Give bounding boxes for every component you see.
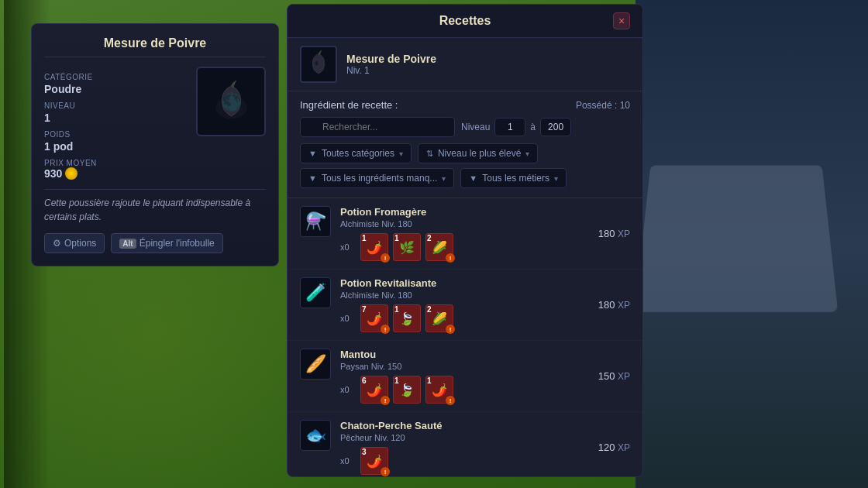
ingredient-slot: 🌿 1 xyxy=(393,233,421,261)
recipe-list-item[interactable]: 🥖 Mantou Paysan Niv. 150 x0 🌶️ 6 ! 🍃 1 xyxy=(288,341,642,412)
item-icon: 🌑 xyxy=(196,67,266,136)
owned-count: x0 xyxy=(340,385,356,394)
warning-icon: ! xyxy=(446,325,455,334)
ingredient-section: Ingrédient de recette : Possédé : 10 🔍 N… xyxy=(288,91,642,198)
ingredient-count: 2 xyxy=(427,305,432,314)
ingredient-slot: 🍃 1 xyxy=(393,376,421,404)
search-input[interactable] xyxy=(300,117,455,137)
sort-filter-dropdown[interactable]: ⇅ Niveau le plus élevé ▾ xyxy=(418,143,538,163)
recipe-list-item[interactable]: ⚗️ Potion Fromagère Alchimiste Niv. 180 … xyxy=(288,198,642,270)
level-to-input[interactable] xyxy=(540,118,571,136)
price-label: PRIX MOYEN xyxy=(44,159,266,167)
ingredient-header: Ingrédient de recette : Possédé : 10 xyxy=(300,99,630,111)
filters-row-3: ▼ Tous les ingrédients manq... ▾ ▼ Tous … xyxy=(300,168,630,188)
ingredient-count: 6 xyxy=(362,376,367,385)
item-tooltip-panel: Mesure de Poivre 🌑 CATÉGORIE Poudre NIVE… xyxy=(31,23,279,266)
recipe-profession: Alchimiste Niv. 180 xyxy=(340,219,589,229)
category-filter-label: Toutes catégories xyxy=(322,148,394,159)
level-filter: Niveau à xyxy=(461,117,571,137)
recipe-ingredients: x0 🌶️ 3 ! xyxy=(340,447,589,475)
ingredient-slot: 🌽 2 ! xyxy=(425,304,453,332)
price-value: 930 xyxy=(44,167,266,180)
owned-count: x0 xyxy=(340,314,356,323)
recipe-name: Mantou xyxy=(340,349,589,360)
sort-filter-label: Niveau le plus élevé xyxy=(438,148,521,159)
ingredient-slot: 🌶️ 7 ! xyxy=(360,304,388,332)
ingredient-count: 1 xyxy=(362,234,367,242)
professions-filter-label: Tous les métiers xyxy=(482,173,549,184)
craft-icon: 🥖 xyxy=(300,349,331,380)
ingredient-slot: 🌽 2 ! xyxy=(425,233,453,261)
recipe-content: Potion Revitalisante Alchimiste Niv. 180… xyxy=(340,277,589,332)
recipe-item-level: Niv. 1 xyxy=(346,65,436,76)
ingredient-slot: 🍃 1 xyxy=(393,304,421,332)
recettes-header: Recettes × xyxy=(288,5,642,38)
filter-icon: ▼ xyxy=(308,149,317,158)
filters-row-1: 🔍 Niveau à xyxy=(300,117,630,137)
close-button[interactable]: × xyxy=(613,12,630,29)
ingredients-filter-dropdown[interactable]: ▼ Tous les ingrédients manq... ▾ xyxy=(300,168,454,188)
ingredient-slot: 🌶️ 3 ! xyxy=(360,447,388,475)
level-from-input[interactable] xyxy=(494,118,525,136)
recipe-name: Potion Revitalisante xyxy=(340,277,589,289)
svg-point-4 xyxy=(315,61,319,66)
item-title: Mesure de Poivre xyxy=(44,36,266,57)
warning-icon: ! xyxy=(381,325,390,334)
recipe-item-name: Mesure de Poivre xyxy=(346,53,436,65)
recipe-preview-icon xyxy=(300,46,337,83)
ingredient-count: 1 xyxy=(394,234,399,242)
ingredient-count: 3 xyxy=(362,448,367,456)
ingredient-count: 2 xyxy=(427,234,432,242)
ingredient-count: 1 xyxy=(394,305,399,314)
options-icon: ⚙ xyxy=(53,238,61,249)
recipe-ingredients: x0 🌶️ 7 ! 🍃 1 🌽 2 ! xyxy=(340,304,589,332)
item-description: Cette poussière rajoute le piquant indis… xyxy=(44,189,266,224)
recipe-ingredients: x0 🌶️ 6 ! 🍃 1 🌶️ 1 ! xyxy=(340,376,589,404)
xp-label: XP xyxy=(618,371,630,382)
recipe-profession: Pêcheur Niv. 120 xyxy=(340,433,589,442)
level-separator: à xyxy=(530,122,536,132)
filters-row-2: ▼ Toutes catégories ▾ ⇅ Niveau le plus é… xyxy=(300,143,630,163)
chevron-down-icon-3: ▾ xyxy=(442,174,446,183)
category-filter-dropdown[interactable]: ▼ Toutes catégories ▾ xyxy=(300,143,412,163)
recipe-ingredients: x0 🌶️ 1 ! 🌿 1 🌽 2 ! xyxy=(340,233,589,261)
recipe-list-item[interactable]: 🧪 Potion Revitalisante Alchimiste Niv. 1… xyxy=(288,270,642,341)
possede-text: Possédé : 10 xyxy=(576,100,630,111)
ingredient-slot: 🌶️ 1 ! xyxy=(425,376,453,404)
ingredient-slot: 🌶️ 1 ! xyxy=(360,233,388,261)
ingredient-title: Ingrédient de recette : xyxy=(300,99,398,111)
warning-icon: ! xyxy=(381,467,390,476)
recettes-dialog: Recettes × Mesure de Poivre Niv. 1 Ingré… xyxy=(287,4,643,477)
chevron-down-icon-2: ▾ xyxy=(525,149,529,158)
warning-icon: ! xyxy=(381,396,390,405)
owned-count: x0 xyxy=(340,242,356,252)
recipe-item-preview: Mesure de Poivre Niv. 1 xyxy=(288,38,642,91)
ingredients-filter-label: Tous les ingrédients manq... xyxy=(322,173,437,184)
pin-button[interactable]: Alt Épingler l'infobulle xyxy=(111,233,222,253)
sort-icon: ⇅ xyxy=(426,149,433,159)
recipe-list[interactable]: ⚗️ Potion Fromagère Alchimiste Niv. 180 … xyxy=(288,198,642,476)
svg-text:🌑: 🌑 xyxy=(221,91,243,112)
ingredient-count: 1 xyxy=(427,376,432,385)
warning-icon: ! xyxy=(446,396,455,405)
professions-filter-dropdown[interactable]: ▼ Tous les métiers ▾ xyxy=(460,168,567,188)
recipe-profession: Paysan Niv. 150 xyxy=(340,362,589,371)
xp-label: XP xyxy=(618,300,630,311)
weight-value: 1 pod xyxy=(44,140,266,153)
level-filter-label: Niveau xyxy=(461,122,490,132)
recipe-xp: 150 XP xyxy=(598,370,630,382)
chevron-down-icon-4: ▾ xyxy=(554,174,558,183)
craft-icon: ⚗️ xyxy=(300,206,331,237)
options-button[interactable]: ⚙ Options xyxy=(44,233,105,253)
recipe-content: Potion Fromagère Alchimiste Niv. 180 x0 … xyxy=(340,206,589,261)
recipe-list-item[interactable]: 🐟 Chaton-Perche Sauté Pêcheur Niv. 120 x… xyxy=(288,412,642,476)
recipe-name: Potion Fromagère xyxy=(340,206,589,218)
ingredient-count: 1 xyxy=(394,376,399,385)
craft-icon: 🐟 xyxy=(300,420,331,451)
item-buttons: ⚙ Options Alt Épingler l'infobulle xyxy=(44,233,266,253)
recipe-xp: 180 XP xyxy=(598,228,630,239)
kama-icon xyxy=(65,167,78,180)
filter-icon-3: ▼ xyxy=(469,174,477,183)
xp-label: XP xyxy=(618,442,630,453)
ingredient-count: 7 xyxy=(362,305,367,314)
